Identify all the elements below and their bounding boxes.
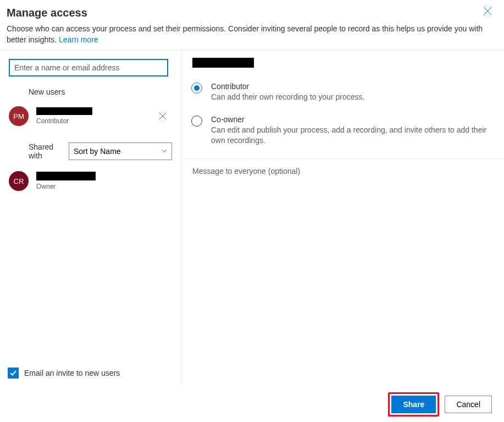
- sort-dropdown[interactable]: Sort by Name: [69, 143, 172, 160]
- dialog-content: New users PM Contributor Shared with Sor…: [0, 50, 504, 384]
- user-info: Contributor: [36, 107, 159, 125]
- role-title: Co-owner: [211, 115, 494, 124]
- user-search-input[interactable]: [9, 59, 168, 76]
- left-panel: New users PM Contributor Shared with Sor…: [0, 50, 181, 384]
- radio-contributor[interactable]: [191, 83, 202, 94]
- learn-more-link[interactable]: Learn more: [59, 35, 98, 44]
- email-invite-row: Email an invite to new users: [8, 368, 120, 379]
- dialog-footer: Share Cancel: [388, 392, 492, 416]
- dialog-title: Manage access: [7, 7, 495, 19]
- dialog-header: Manage access Choose who can access your…: [0, 0, 504, 50]
- cancel-button[interactable]: Cancel: [445, 396, 492, 413]
- role-option-contributor[interactable]: Contributor Can add their own recording …: [191, 82, 494, 103]
- divider: [181, 158, 504, 159]
- role-desc: Can add their own recording to your proc…: [211, 92, 364, 103]
- avatar: CR: [9, 171, 29, 191]
- shared-with-label: Shared with: [29, 143, 63, 160]
- right-panel: Contributor Can add their own recording …: [181, 50, 504, 384]
- role-option-coowner[interactable]: Co-owner Can edit and publish your proce…: [191, 115, 494, 146]
- user-info: Owner: [36, 172, 172, 190]
- new-users-label: New users: [29, 87, 172, 96]
- shared-with-row: Shared with Sort by Name: [29, 143, 172, 160]
- email-invite-label: Email an invite to new users: [24, 369, 120, 377]
- email-invite-checkbox[interactable]: [8, 368, 19, 379]
- message-label[interactable]: Message to everyone (optional): [192, 167, 494, 176]
- share-button[interactable]: Share: [391, 396, 436, 413]
- role-title: Contributor: [211, 82, 364, 91]
- share-button-highlight: Share: [388, 392, 439, 416]
- user-role: Contributor: [36, 117, 159, 125]
- selected-user-name-redacted: [192, 58, 254, 68]
- user-name-redacted: [36, 107, 92, 115]
- radio-coowner[interactable]: [191, 116, 202, 127]
- user-role: Owner: [36, 183, 172, 190]
- user-name-redacted: [36, 172, 96, 180]
- close-icon[interactable]: [483, 7, 492, 15]
- remove-user-icon[interactable]: [159, 112, 167, 120]
- new-user-row: PM Contributor: [9, 103, 172, 129]
- avatar: PM: [9, 106, 29, 126]
- role-desc: Can edit and publish your process, add a…: [211, 125, 494, 146]
- dialog-description: Choose who can access your process and s…: [7, 24, 495, 45]
- shared-user-row: CR Owner: [9, 168, 172, 194]
